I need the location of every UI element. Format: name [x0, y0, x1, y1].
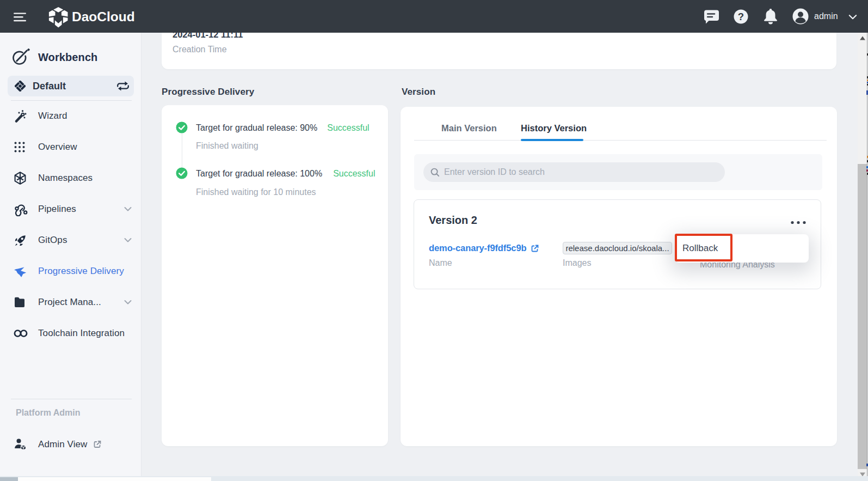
svg-text:?: ?	[738, 11, 744, 22]
